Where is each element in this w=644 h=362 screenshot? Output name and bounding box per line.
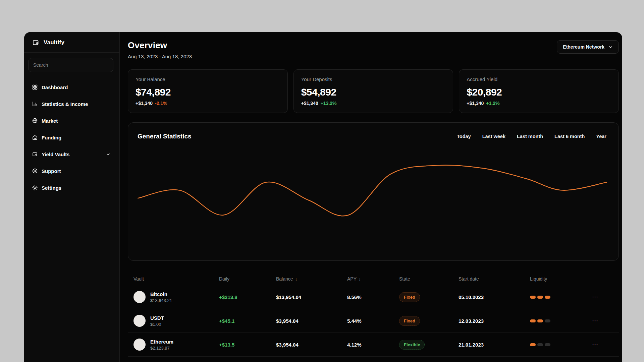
coin-name: USDT	[150, 315, 164, 321]
chevron-down-icon	[608, 45, 613, 49]
stat-value: $20,892	[467, 86, 611, 98]
balance-value: $3,954.04	[276, 342, 347, 348]
sidebar-item-label: Market	[42, 118, 58, 124]
stat-percent: +13.2%	[321, 101, 337, 106]
sidebar-item-settings[interactable]: Settings	[32, 179, 116, 196]
balance-value: $3,954.04	[276, 318, 347, 324]
column-header-balance[interactable]: Balance↓	[276, 276, 347, 282]
row-menu-icon[interactable]: ⋯	[592, 319, 619, 322]
app-title: Vaultify	[44, 39, 64, 46]
column-header-state[interactable]: State	[399, 276, 459, 282]
logo: Vaultify	[24, 32, 119, 53]
column-header-start-date[interactable]: Start date	[459, 276, 530, 282]
stat-percent: -2.1%	[155, 101, 167, 106]
liquidity-indicator	[530, 343, 592, 346]
funding-home-icon	[32, 134, 38, 141]
table-row-bitcoin[interactable]: Bitcoin $13,643.21 +$213.8 $13,954.04 8.…	[128, 285, 619, 309]
stat-value: $74,892	[136, 86, 280, 98]
chart-time-filters: Today Last week Last month Last 6 month …	[457, 134, 606, 139]
stat-label: Your Balance	[136, 76, 280, 82]
app-window: Vaultify Dashboard	[24, 32, 622, 362]
filter-last-6-month[interactable]: Last 6 month	[554, 134, 585, 139]
sidebar-item-label: Funding	[42, 135, 61, 140]
balance-value: $13,954.04	[276, 294, 347, 300]
state-badge: Flexible	[399, 340, 425, 350]
row-menu-icon[interactable]: ⋯	[592, 296, 619, 299]
sidebar-item-label: Settings	[42, 185, 61, 191]
daily-change: +$13.5	[219, 342, 276, 348]
daily-change: +$45.1	[219, 318, 276, 324]
start-date-value: 05.10.2023	[459, 294, 530, 300]
coin-avatar	[133, 315, 146, 327]
column-header-liquidity[interactable]: Liquidity	[530, 276, 592, 282]
stat-change: +$1,340	[136, 101, 153, 106]
stat-value: $54,892	[301, 86, 446, 98]
sidebar-item-statistics[interactable]: Statistics & Income	[32, 96, 116, 112]
sidebar: Vaultify Dashboard	[24, 32, 120, 362]
apy-value: 4.12%	[347, 342, 399, 348]
sidebar-item-funding[interactable]: Funding	[32, 129, 116, 146]
network-selector-button[interactable]: Ethereum Network	[557, 40, 619, 54]
filter-year[interactable]: Year	[596, 134, 606, 139]
filter-last-week[interactable]: Last week	[482, 134, 505, 139]
dashboard-icon	[32, 84, 38, 90]
line-chart	[128, 123, 619, 260]
date-range: Aug 13, 2023 - Aug 18, 2023	[128, 54, 192, 59]
sort-desc-icon: ↓	[295, 276, 298, 282]
stat-percent: +1.2%	[486, 101, 499, 106]
market-globe-icon	[32, 118, 38, 124]
wallet-logo-icon	[32, 39, 40, 46]
filter-today[interactable]: Today	[457, 134, 471, 139]
stat-label: Your Deposits	[301, 76, 446, 82]
apy-value: 8.56%	[347, 294, 399, 300]
search-input[interactable]	[28, 58, 113, 72]
coin-avatar	[133, 339, 146, 351]
stat-change: +$1,340	[301, 101, 318, 106]
coin-price: $1.00	[150, 322, 164, 327]
liquidity-indicator	[530, 296, 592, 299]
table-row-usdt[interactable]: USDT $1.00 +$45.1 $3,954.04 5.44% Fixed …	[128, 309, 619, 333]
coin-name: Ethereum	[150, 339, 173, 345]
sidebar-nav: Dashboard Statistics & Income Market	[24, 75, 119, 196]
coin-price: $13,643.21	[150, 298, 172, 303]
chevron-down-icon[interactable]	[105, 151, 111, 158]
sidebar-item-market[interactable]: Market	[32, 112, 116, 129]
filter-last-month[interactable]: Last month	[517, 134, 543, 139]
network-selector-label: Ethereum Network	[563, 44, 604, 50]
row-menu-icon[interactable]: ⋯	[592, 343, 619, 346]
liquidity-indicator	[530, 319, 592, 322]
statistics-icon	[32, 101, 38, 107]
stat-change: +$1,340	[467, 101, 484, 106]
table-row-ethereum[interactable]: Ethereum $2,123.87 +$13.5 $3,954.04 4.12…	[128, 333, 619, 357]
stats-row: Your Balance $74,892 +$1,340 -2.1% Your …	[128, 69, 619, 113]
sidebar-item-label: Dashboard	[42, 84, 68, 90]
main-content: Overview Aug 13, 2023 - Aug 18, 2023 Eth…	[120, 32, 622, 362]
sidebar-item-label: Statistics & Income	[42, 101, 88, 107]
coin-avatar	[133, 291, 146, 303]
stat-card-deposits: Your Deposits $54,892 +$1,340 +13.2%	[293, 69, 453, 113]
column-header-daily[interactable]: Daily	[219, 276, 276, 282]
daily-change: +$213.8	[219, 294, 276, 300]
start-date-value: 21.01.2023	[459, 342, 530, 348]
stat-card-balance: Your Balance $74,892 +$1,340 -2.1%	[128, 69, 288, 113]
page-header: Overview Aug 13, 2023 - Aug 18, 2023 Eth…	[128, 40, 619, 59]
stat-label: Accrued Yield	[467, 76, 611, 82]
sidebar-item-yield-vaults[interactable]: Yield Vaults	[32, 146, 116, 163]
state-badge: Fixed	[399, 292, 420, 302]
start-date-value: 12.03.2023	[459, 318, 530, 324]
sidebar-item-label: Support	[42, 168, 61, 174]
sidebar-item-dashboard[interactable]: Dashboard	[32, 79, 116, 96]
state-badge: Fixed	[399, 316, 420, 326]
sort-desc-icon: ↓	[359, 276, 361, 282]
settings-gear-icon	[32, 185, 38, 191]
vaults-wallet-icon	[32, 151, 38, 158]
coin-name: Bitcoin	[150, 291, 172, 297]
chart-title: General Statistics	[138, 133, 192, 140]
coin-price: $2,123.87	[150, 346, 173, 351]
page-title: Overview	[128, 40, 192, 51]
column-header-apy[interactable]: APY↓	[347, 276, 399, 282]
table-header-row: Vault Daily Balance↓ APY↓ State Start da…	[128, 273, 619, 285]
column-header-vault[interactable]: Vault	[133, 276, 219, 282]
sidebar-item-support[interactable]: Support	[32, 163, 116, 179]
apy-value: 5.44%	[347, 318, 399, 324]
